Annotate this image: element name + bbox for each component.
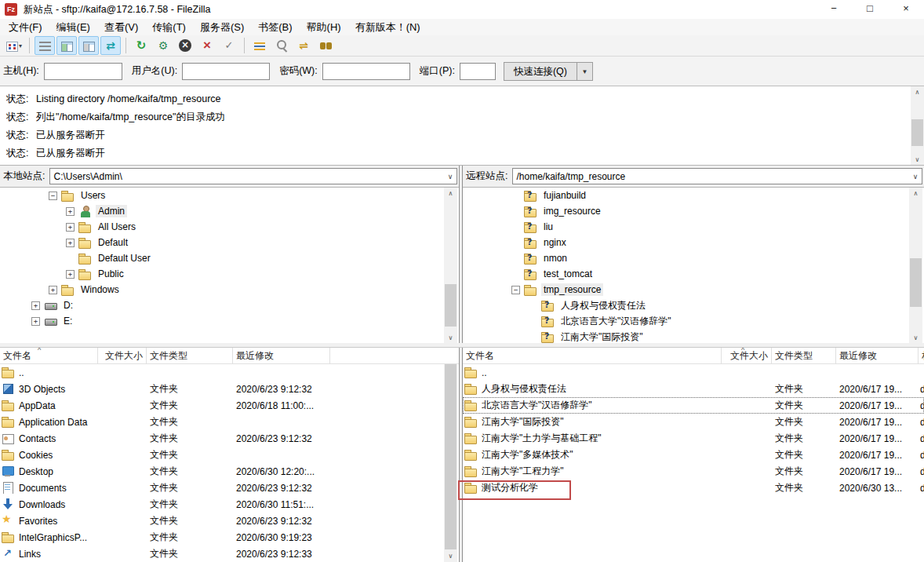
quickconnect-dropdown-button[interactable]: ▼ <box>577 62 593 81</box>
scrollbar-thumb[interactable] <box>445 360 457 549</box>
expand-icon[interactable]: + <box>31 301 40 310</box>
tree-item[interactable]: +Public <box>0 266 459 282</box>
tree-item[interactable]: ?fujianbuild <box>463 188 924 203</box>
file-row[interactable]: Links文件夹2020/6/23 9:12:33 <box>0 546 459 562</box>
tree-item[interactable]: ?liu <box>463 219 924 235</box>
tree-item[interactable]: Default User <box>0 250 459 266</box>
collapse-icon[interactable]: − <box>49 192 57 200</box>
file-row[interactable]: .. <box>0 364 459 381</box>
file-row[interactable]: .. <box>463 364 924 381</box>
scroll-down-icon[interactable]: ∨ <box>444 332 457 343</box>
scroll-up-icon[interactable]: ∧ <box>444 188 457 199</box>
tree-item[interactable]: ?nmon <box>463 250 924 266</box>
tree-item[interactable]: ?江南大学"国际投资" <box>463 329 924 343</box>
scroll-up-icon[interactable]: ∧ <box>909 188 922 199</box>
menu-help[interactable]: 帮助(H) <box>300 19 348 35</box>
scroll-down-icon[interactable]: ∨ <box>909 332 922 343</box>
tree-item[interactable]: ?img_resource <box>463 203 924 219</box>
file-row[interactable]: Cookies文件夹 <box>0 447 459 463</box>
minimize-button[interactable]: − <box>816 0 852 19</box>
column-header[interactable]: 最近修改 <box>233 348 330 363</box>
file-row[interactable]: IntelGraphicsP...文件夹2020/6/30 9:19:23 <box>0 529 459 546</box>
close-button[interactable]: × <box>888 0 924 19</box>
file-row[interactable]: Contacts文件夹2020/6/23 9:12:32 <box>0 430 459 447</box>
scroll-down-icon[interactable]: ∨ <box>444 550 457 562</box>
file-row[interactable]: 江南大学"工程力学"文件夹2020/6/17 19...d <box>463 463 924 480</box>
expand-icon[interactable]: + <box>66 239 75 247</box>
remote-path-combo[interactable]: /home/kaifa/tmp_resource ∨ <box>512 168 922 184</box>
tree-item[interactable]: −Users <box>0 188 459 203</box>
column-header[interactable]: 文件类型 <box>147 348 233 363</box>
menu-file[interactable]: 文件(F) <box>2 19 49 35</box>
password-input[interactable] <box>322 63 410 80</box>
collapse-icon[interactable]: − <box>511 286 520 294</box>
quickconnect-button[interactable]: 快速连接(Q) <box>504 62 577 81</box>
tree-item[interactable]: +Admin <box>0 203 459 219</box>
username-input[interactable] <box>182 63 270 80</box>
chevron-down-icon[interactable]: ∨ <box>909 173 922 181</box>
process-queue-button[interactable] <box>153 36 173 55</box>
tree-item[interactable]: +E: <box>0 313 459 329</box>
file-row[interactable]: Downloads文件夹2020/6/30 11:51:... <box>0 496 459 513</box>
scroll-up-icon[interactable]: ∧ <box>911 86 924 98</box>
column-header[interactable]: 文件大小 <box>98 348 147 363</box>
host-input[interactable] <box>44 63 122 80</box>
local-tree-scrollbar[interactable]: ∧ ∨ <box>444 188 457 343</box>
tree-item[interactable]: ?人身权与侵权责任法 <box>463 297 924 313</box>
expand-icon[interactable]: + <box>66 223 75 232</box>
expand-icon[interactable]: + <box>49 286 57 294</box>
scrollbar-thumb[interactable] <box>911 119 923 146</box>
tree-item[interactable]: ?北京语言大学"汉语修辞学" <box>463 313 924 329</box>
local-path-combo[interactable]: C:\Users\Admin\ ∨ <box>49 168 457 184</box>
expand-icon[interactable]: + <box>31 317 40 326</box>
file-row[interactable]: 北京语言大学"汉语修辞学"文件夹2020/6/17 19...d <box>463 397 924 414</box>
scrollbar-thumb[interactable] <box>910 258 922 307</box>
menu-server[interactable]: 服务器(S) <box>193 19 251 35</box>
file-row[interactable]: 3D Objects文件夹2020/6/23 9:12:32 <box>0 381 459 397</box>
reconnect-button[interactable] <box>219 36 239 55</box>
toggle-remote-tree-button[interactable] <box>78 36 99 55</box>
menu-edit[interactable]: 编辑(E) <box>49 19 97 35</box>
synchronized-browsing-button[interactable] <box>293 36 314 55</box>
filter-button[interactable] <box>249 36 270 55</box>
file-row[interactable]: 江南大学"国际投资"文件夹2020/6/17 19...d <box>463 414 924 430</box>
find-files-button[interactable] <box>315 36 336 55</box>
menu-new-version[interactable]: 有新版本！(N) <box>348 19 427 35</box>
remote-tree-scrollbar[interactable]: ∧ ∨ <box>909 188 922 343</box>
scrollbar-thumb[interactable] <box>445 284 457 327</box>
tree-item[interactable]: +D: <box>0 297 459 313</box>
column-header[interactable]: 文件类型 <box>772 348 836 363</box>
cancel-button[interactable] <box>175 36 195 55</box>
directory-compare-button[interactable] <box>271 36 292 55</box>
tree-item[interactable]: +All Users <box>0 219 459 235</box>
expand-icon[interactable]: + <box>66 270 75 279</box>
tree-item[interactable]: ?test_tomcat <box>463 266 924 282</box>
site-manager-button[interactable]: ▾ <box>4 36 24 55</box>
log-scrollbar[interactable]: ∧ ∨ <box>911 86 924 166</box>
disconnect-button[interactable] <box>197 36 217 55</box>
refresh-button[interactable] <box>131 36 151 55</box>
file-row[interactable]: Favorites文件夹2020/6/23 9:12:32 <box>0 513 459 529</box>
file-row[interactable]: AppData文件夹2020/6/18 11:00:... <box>0 397 459 414</box>
scroll-down-icon[interactable]: ∨ <box>911 154 924 166</box>
expand-icon[interactable]: + <box>66 207 75 216</box>
tree-item[interactable]: +Default <box>0 235 459 250</box>
file-row[interactable]: 江南大学"土力学与基础工程"文件夹2020/6/17 19...d <box>463 430 924 447</box>
file-row[interactable]: Desktop文件夹2020/6/30 12:20:... <box>0 463 459 480</box>
menu-view[interactable]: 查看(V) <box>97 19 145 35</box>
local-list-scrollbar[interactable]: ∧ ∨ <box>444 348 457 562</box>
column-header[interactable]: 文件名 <box>0 348 98 363</box>
file-row[interactable]: Documents文件夹2020/6/23 9:12:32 <box>0 480 459 496</box>
menu-transfer[interactable]: 传输(T) <box>145 19 193 35</box>
file-row[interactable]: 人身权与侵权责任法文件夹2020/6/17 19...d <box>463 381 924 397</box>
file-row[interactable]: Application Data文件夹 <box>0 414 459 430</box>
column-header[interactable]: 最近修改 <box>836 348 919 363</box>
maximize-button[interactable]: □ <box>852 0 888 19</box>
column-header[interactable]: 权 <box>919 348 924 363</box>
column-header[interactable]: 文件名 <box>463 348 722 363</box>
menu-bookmarks[interactable]: 书签(B) <box>251 19 299 35</box>
toggle-transfer-queue-button[interactable] <box>100 36 121 55</box>
toggle-local-tree-button[interactable] <box>56 36 77 55</box>
file-row[interactable]: 江南大学"多媒体技术"文件夹2020/6/17 19...d <box>463 447 924 463</box>
column-header[interactable]: 文件大小 <box>722 348 772 363</box>
